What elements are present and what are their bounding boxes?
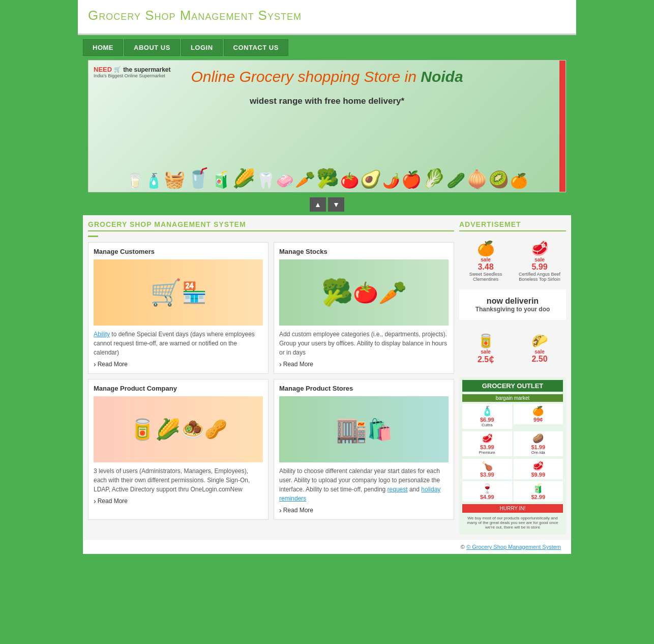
card-stocks-title: Manage Stocks bbox=[279, 248, 449, 255]
nav-about[interactable]: ABOUT US bbox=[124, 39, 180, 56]
ad-title: ADVERTISEMET bbox=[459, 220, 566, 231]
outlet-hurry: HURRY IN! bbox=[462, 504, 563, 513]
card-customers-link[interactable]: Ability bbox=[94, 331, 110, 338]
outlet-title: GROCERY OUTLET bbox=[462, 380, 563, 392]
card-customers: Manage Customers 🛒 🏪 Ability to define S… bbox=[88, 242, 269, 374]
outlet-item-7: 🍷 $4.99 bbox=[462, 481, 512, 502]
card-stores-readmore[interactable]: › Read More bbox=[279, 506, 449, 514]
banner-arrows: ▲ ▼ bbox=[310, 197, 344, 212]
outlet-fine-print: We buy most of our products opportunisti… bbox=[462, 515, 563, 531]
outlet-item-8: 🧃 $2.99 bbox=[514, 481, 563, 502]
footer-text: © bbox=[461, 544, 466, 550]
readmore-arrow-icon: › bbox=[279, 506, 282, 514]
card-stores: Manage Product Stores 🏬 🛍️ Ability to ch… bbox=[274, 379, 454, 520]
section-title-bar bbox=[88, 236, 98, 237]
card-customers-title: Manage Customers bbox=[94, 248, 263, 255]
card-customers-desc: Ability to define Special Event days (da… bbox=[94, 330, 263, 357]
readmore-arrow-icon: › bbox=[94, 497, 96, 505]
ad-block-3: 🥫 sale 2.5₵ 🌮 sale 2.50 bbox=[459, 323, 566, 374]
outlet-subtitle: bargain market bbox=[462, 394, 563, 402]
footer-link[interactable]: © Grocery Shop Management System bbox=[466, 544, 561, 550]
footer: © © Grocery Shop Management System bbox=[83, 540, 571, 554]
card-stocks-desc: Add custom employee categories (i.e., de… bbox=[279, 330, 449, 357]
navbar: HOME ABOUT US LOGIN CONTACT US bbox=[78, 35, 576, 60]
site-title: Grocery Shop Management System bbox=[88, 8, 566, 23]
readmore-arrow-icon: › bbox=[94, 360, 96, 368]
right-section: ADVERTISEMET 🍊 sale 3.48 Sweet Seedless … bbox=[459, 220, 566, 535]
readmore-arrow-icon: › bbox=[279, 360, 282, 368]
card-stores-link1[interactable]: request bbox=[388, 486, 408, 493]
ad-cell-meat: 🥩 sale 5.99 Certified Angus Beef Boneles… bbox=[513, 236, 566, 286]
outlet-item-6: 🥩 $9.99 bbox=[514, 459, 563, 479]
banner-next-button[interactable]: ▼ bbox=[328, 197, 344, 212]
card-customers-image: 🛒 🏪 bbox=[94, 259, 263, 326]
card-stocks-image: 🥦 🍅 🥕 bbox=[279, 259, 449, 326]
card-company-readmore[interactable]: › Read More bbox=[94, 497, 263, 505]
card-stores-image: 🏬 🛍️ bbox=[279, 396, 449, 462]
left-section: GROCERY SHOP MANAGEMENT SYSTEM Manage Cu… bbox=[88, 220, 454, 535]
banner-side-bar bbox=[559, 61, 566, 192]
outlet-item-4: 🥔 $1.99 Ore-Ida bbox=[514, 431, 563, 456]
main-content: GROCERY SHOP MANAGEMENT SYSTEM Manage Cu… bbox=[83, 215, 571, 540]
nav-contact[interactable]: CONTACT US bbox=[224, 39, 288, 56]
card-customers-readmore[interactable]: › Read More bbox=[94, 360, 263, 368]
section-title: GROCERY SHOP MANAGEMENT SYSTEM bbox=[88, 220, 454, 231]
ad-cell-sale2: 🌮 sale 2.50 bbox=[513, 323, 566, 374]
ad-block-deliver: now deliverin Thanksgiving to your doo bbox=[459, 289, 566, 320]
banner-subheadline: widest range with free home delivery* bbox=[88, 96, 566, 106]
banner: NEED 🛒 the supermarket India's Biggest O… bbox=[88, 60, 566, 192]
outlet-item-2: 🍊 99¢ bbox=[514, 404, 563, 424]
ad-block-1: 🍊 sale 3.48 Sweet Seedless Clementines 🥩… bbox=[459, 236, 566, 286]
cards-grid: Manage Customers 🛒 🏪 Ability to define S… bbox=[88, 242, 454, 520]
ad-cell-sale1: 🥫 sale 2.5₵ bbox=[459, 323, 512, 374]
card-stocks: Manage Stocks 🥦 🍅 🥕 Add custom employee … bbox=[274, 242, 454, 374]
outlet-item-5: 🍗 $3.99 bbox=[462, 459, 512, 479]
outlet-item-3: 🥩 $3.99 Premium bbox=[462, 431, 512, 456]
ad-block-outlet: GROCERY OUTLET bargain market 🧴 $6.99 Cu… bbox=[459, 377, 566, 535]
banner-headline: Online Grocery shopping Store in Noida bbox=[88, 68, 566, 85]
card-company-desc: 3 levels of users (Administrators, Manag… bbox=[94, 466, 263, 494]
card-stores-title: Manage Product Stores bbox=[279, 385, 449, 392]
ad-cell-orange: 🍊 sale 3.48 Sweet Seedless Clementines bbox=[459, 236, 512, 286]
card-stocks-readmore[interactable]: › Read More bbox=[279, 360, 449, 368]
card-company: Manage Product Company 🥫 🌽 🧆 🥜 3 levels … bbox=[88, 379, 269, 520]
banner-prev-button[interactable]: ▲ bbox=[310, 197, 326, 212]
nav-home[interactable]: HOME bbox=[83, 39, 123, 56]
card-company-title: Manage Product Company bbox=[94, 385, 263, 392]
banner-items: 🥛 🧴 🧺 🥤 🧃 🌽 🦷 🧼 🥕 🥦 🍅 🥑 🌶️ 🍎 🥬 🥒 bbox=[88, 105, 566, 192]
card-stores-link2[interactable]: holiday reminders bbox=[279, 486, 440, 502]
card-company-image: 🥫 🌽 🧆 🥜 bbox=[94, 396, 263, 462]
nav-login[interactable]: LOGIN bbox=[181, 39, 223, 56]
outlet-item-1: 🧴 $6.99 Cultra bbox=[462, 404, 512, 429]
card-stores-desc: Ability to choose different calendar yea… bbox=[279, 466, 449, 503]
